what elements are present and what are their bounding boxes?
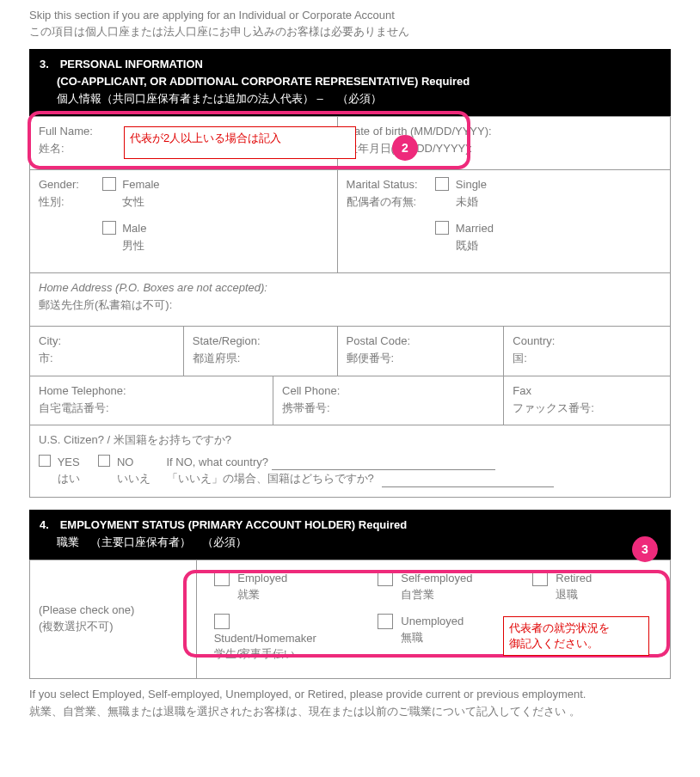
section3-title-en2: (CO-APPLICANT, OR ADDITIONAL CORPORATE R…	[57, 75, 470, 88]
checkbox-self-employed[interactable]	[378, 571, 393, 586]
section3-title-jp: 個人情報（共同口座保有者または追加の法人代表） – （必須）	[57, 92, 382, 105]
city-cell[interactable]: City: 市:	[30, 327, 184, 376]
personal-info-table: Full Name: 姓名: Date of birth (MM/DD/YYYY…	[29, 116, 671, 498]
checkbox-single[interactable]	[435, 177, 449, 191]
home-address-cell[interactable]: Home Address (P.O. Boxes are not accepte…	[30, 273, 671, 327]
fax-cell[interactable]: Fax ファックス番号:	[504, 376, 671, 425]
section4-header: 4. EMPLOYMENT STATUS (PRIMARY ACCOUNT HO…	[29, 510, 671, 560]
section3-num: 3.	[40, 56, 57, 73]
skip-jp: この項目は個人口座または法人口座にお申し込みのお客様は必要ありません	[29, 24, 671, 40]
checkbox-student[interactable]	[214, 614, 230, 629]
skip-note: Skip this section if you are applying fo…	[29, 8, 671, 40]
country-line-2[interactable]	[382, 475, 554, 487]
section4-title-jp: 職業 （主要口座保有者） （必須）	[57, 535, 247, 548]
section3-title-en1: PERSONAL INFORMATION	[60, 58, 203, 70]
gender-cell: Gender: 性別: Female 女性 Male	[30, 170, 338, 273]
bottom-note: If you select Employed, Self-employed, U…	[29, 686, 671, 720]
checkbox-married[interactable]	[435, 221, 449, 235]
section4-title-en: EMPLOYMENT STATUS (PRIMARY ACCOUNT HOLDE…	[60, 518, 407, 531]
section3-header: 3. PERSONAL INFORMATION (CO-APPLICANT, O…	[29, 49, 671, 116]
checkbox-retired[interactable]	[532, 571, 548, 586]
country-cell[interactable]: Country: 国:	[504, 327, 671, 376]
section4-num: 4.	[40, 517, 57, 534]
checkbox-no[interactable]	[98, 455, 110, 467]
country-line-1[interactable]	[272, 458, 495, 470]
cell-phone-cell[interactable]: Cell Phone: 携帯番号:	[273, 376, 504, 425]
check-one-cell: (Please check one) (複数選択不可)	[30, 560, 197, 679]
citizen-cell: U.S. Citizen? / 米国籍をお持ちですか? YES はい NO いい…	[30, 425, 671, 498]
checkbox-female[interactable]	[102, 177, 116, 191]
checkbox-unemployed[interactable]	[378, 614, 393, 629]
checkbox-yes[interactable]	[39, 455, 51, 467]
postal-cell[interactable]: Postal Code: 郵便番号:	[337, 327, 504, 376]
state-cell[interactable]: State/Region: 都道府県:	[183, 327, 337, 376]
checkbox-male[interactable]	[102, 221, 116, 235]
marital-cell: Marital Status: 配偶者の有無: Single 未婚	[337, 170, 670, 273]
annotation-red-1: 代表が2人以上いる場合は記入	[124, 126, 356, 159]
annotation-red-2: 代表者の就労状況を 御記入ください。	[503, 616, 649, 656]
dob-cell[interactable]: Date of birth (MM/DD/YYYY): 生年月日(MM/DD/Y…	[337, 117, 670, 170]
home-tel-cell[interactable]: Home Telephone: 自宅電話番号:	[30, 376, 273, 425]
checkbox-employed[interactable]	[214, 571, 230, 586]
skip-en: Skip this section if you are applying fo…	[29, 8, 671, 24]
